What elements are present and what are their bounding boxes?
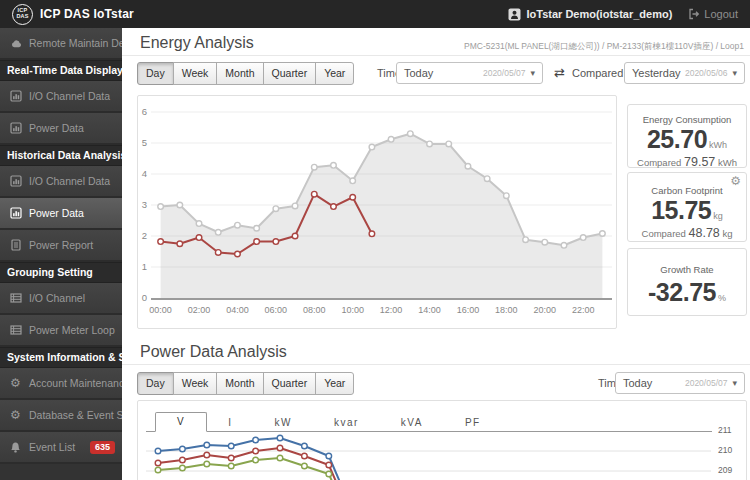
swap-compare-icon[interactable]: ⇄ bbox=[554, 65, 565, 80]
list-icon bbox=[9, 292, 22, 305]
gear-icon[interactable]: ⚙ bbox=[730, 175, 741, 187]
data-point-marker bbox=[311, 191, 317, 197]
sidebar-item-i-o-channel-data[interactable]: I/O Channel Data bbox=[0, 81, 122, 113]
data-point-marker bbox=[446, 141, 452, 147]
data-point-marker bbox=[254, 239, 260, 245]
range-button-week[interactable]: Week bbox=[173, 372, 218, 395]
tab-kw[interactable]: kW bbox=[253, 414, 312, 431]
list-icon bbox=[9, 324, 22, 337]
compared-select[interactable]: Yesterday 2020/05/06 ▾ bbox=[624, 62, 745, 84]
x-axis-label: 02:00 bbox=[188, 305, 211, 315]
range-button-quarter[interactable]: Quarter bbox=[263, 372, 317, 395]
range-button-year[interactable]: Year bbox=[315, 62, 354, 85]
tab-pf[interactable]: PF bbox=[444, 414, 502, 431]
tab-i[interactable]: I bbox=[207, 414, 253, 431]
range-button-month[interactable]: Month bbox=[216, 62, 263, 85]
data-point-marker bbox=[350, 178, 356, 184]
compared-unit: kWh bbox=[718, 157, 737, 168]
range-button-quarter[interactable]: Quarter bbox=[263, 62, 317, 85]
sidebar-section-real-time-data-display: Real-Time Data Display bbox=[0, 60, 122, 81]
data-point-marker bbox=[177, 202, 183, 208]
data-point-marker bbox=[302, 463, 308, 469]
power-voltage-chart bbox=[138, 431, 747, 480]
range-button-month[interactable]: Month bbox=[216, 372, 263, 395]
sidebar-item-remote-maintain-devices[interactable]: Remote Maintain Devices bbox=[0, 28, 122, 60]
tab-v[interactable]: V bbox=[155, 412, 207, 432]
sidebar-section-grouping-setting: Grouping Setting bbox=[0, 262, 122, 283]
card-title: Carbon Footprint bbox=[628, 185, 746, 196]
card-title: Energy Consumption bbox=[628, 114, 746, 125]
data-point-marker bbox=[235, 251, 241, 257]
data-point-marker bbox=[196, 235, 202, 241]
data-point-marker bbox=[388, 136, 394, 142]
sidebar-item-i-o-channel[interactable]: I/O Channel bbox=[0, 283, 122, 315]
main-content: Energy Analysis PMC-5231(ML PANEL(湖口總公司)… bbox=[122, 28, 750, 480]
card-compared: Compared 48.78 kg bbox=[628, 226, 746, 240]
card-compared: Compared 79.57 kWh bbox=[628, 155, 746, 169]
sidebar-item-power-meter-loop[interactable]: Power Meter Loop bbox=[0, 315, 122, 347]
data-point-marker bbox=[427, 141, 433, 147]
sidebar-item-account-maintenance[interactable]: ⚙Account Maintenance bbox=[0, 368, 122, 400]
range-button-day[interactable]: Day bbox=[137, 372, 174, 395]
time-select[interactable]: Today 2020/05/07 ▾ bbox=[396, 62, 543, 84]
y-axis-label: 1 bbox=[142, 261, 147, 272]
data-point-marker bbox=[302, 453, 308, 459]
range-button-year[interactable]: Year bbox=[315, 372, 354, 395]
data-point-marker bbox=[542, 239, 548, 245]
user-name: IoTstar Demo(iotstar_demo) bbox=[526, 8, 672, 20]
data-point-marker bbox=[277, 455, 283, 461]
logout-button[interactable]: Logout bbox=[688, 8, 738, 20]
data-point-marker bbox=[177, 241, 183, 247]
value-number: -32.75 bbox=[648, 278, 716, 306]
sidebar-item-database-event-setting[interactable]: ⚙Database & Event Setting bbox=[0, 400, 122, 432]
user-account-button[interactable]: IoTstar Demo(iotstar_demo) bbox=[508, 8, 672, 21]
sidebar-item-label: I/O Channel Data bbox=[29, 175, 110, 187]
compared-unit: kg bbox=[722, 228, 732, 239]
range-button-day[interactable]: Day bbox=[137, 62, 174, 85]
x-axis-label: 08:00 bbox=[303, 305, 326, 315]
data-point-marker bbox=[158, 239, 164, 245]
y-axis-label: 2 bbox=[142, 230, 147, 241]
chart-icon bbox=[9, 90, 22, 103]
user-icon bbox=[508, 8, 521, 21]
card-value: 15.75kg bbox=[628, 198, 746, 223]
sidebar-item-label: Power Meter Loop bbox=[29, 324, 115, 336]
data-point-marker bbox=[235, 222, 241, 228]
sidebar-item-power-data[interactable]: Power Data bbox=[0, 198, 122, 230]
data-point-marker bbox=[204, 461, 210, 467]
time-select-date: 2020/05/07 bbox=[685, 378, 728, 388]
sidebar-item-event-list[interactable]: Event List635 bbox=[0, 432, 122, 464]
brand-title: ICP DAS IoTstar bbox=[40, 7, 134, 21]
series-compared-yesterday-2020-05-06 bbox=[158, 131, 605, 298]
sidebar-item-power-report[interactable]: Power Report bbox=[0, 230, 122, 262]
sidebar-item-label: Power Report bbox=[29, 239, 93, 251]
report-icon bbox=[9, 239, 22, 252]
sidebar-item-i-o-channel-data[interactable]: I/O Channel Data bbox=[0, 166, 122, 198]
data-point-marker bbox=[580, 235, 586, 241]
data-point-marker bbox=[253, 457, 259, 463]
y-axis-label: 0 bbox=[142, 292, 147, 303]
power-tab-strip: VIkWkvarkVAPF bbox=[146, 413, 712, 432]
tab-kva[interactable]: kVA bbox=[380, 414, 444, 431]
power-time-select[interactable]: Today 2020/05/07 ▾ bbox=[615, 372, 745, 394]
data-point-marker bbox=[277, 435, 283, 441]
sidebar-item-power-data[interactable]: Power Data bbox=[0, 113, 122, 145]
compared-prefix: Compared bbox=[642, 228, 686, 239]
card-value: -32.75% bbox=[628, 280, 746, 305]
sidebar-item-label: Power Data bbox=[29, 207, 84, 219]
y-axis-label: 4 bbox=[142, 168, 147, 179]
x-axis-label: 06:00 bbox=[265, 305, 288, 315]
data-point-marker bbox=[215, 229, 221, 235]
data-point-marker bbox=[228, 463, 234, 469]
energy-chart-panel: 012345600:0002:0004:0006:0008:0010:0012:… bbox=[137, 95, 617, 329]
data-point-marker bbox=[215, 250, 221, 256]
data-point-marker bbox=[180, 457, 186, 463]
data-point-marker bbox=[273, 206, 279, 212]
data-point-marker bbox=[523, 237, 529, 243]
y-axis-label: 5 bbox=[142, 137, 147, 148]
range-button-week[interactable]: Week bbox=[173, 62, 218, 85]
chart-icon bbox=[9, 207, 22, 220]
tab-kvar[interactable]: kvar bbox=[313, 414, 380, 431]
sidebar-item-label: I/O Channel bbox=[29, 292, 85, 304]
event-count-badge: 635 bbox=[90, 441, 115, 454]
